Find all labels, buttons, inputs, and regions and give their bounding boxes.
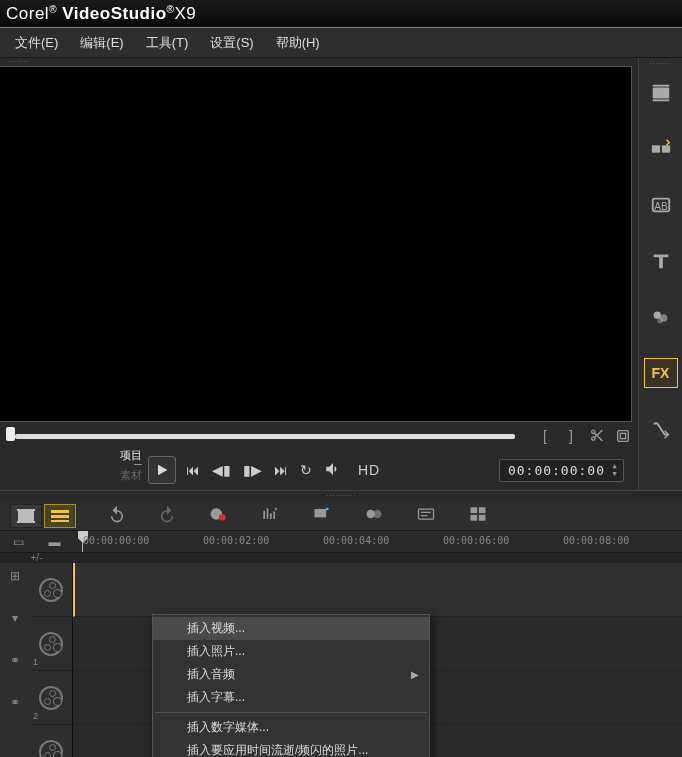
expand-icon[interactable] <box>614 427 632 445</box>
hd-toggle[interactable]: HD <box>358 462 380 478</box>
preview-panel: [ ] 项目 素材 ⏮ ◀▮ ▮▶ <box>0 58 638 490</box>
timeline-toolbar <box>0 501 682 531</box>
go-start-button[interactable]: ⏮ <box>186 462 200 478</box>
reel-icon <box>39 740 63 758</box>
library-tabs: AB FX <box>638 58 682 490</box>
multi-view-button[interactable] <box>468 504 488 528</box>
lib-title-tab[interactable]: AB <box>644 190 678 220</box>
track-dropdown[interactable]: ▾ <box>12 611 18 625</box>
svg-rect-27 <box>479 507 486 513</box>
zoom-controls[interactable]: +/- <box>0 553 73 563</box>
svg-point-11 <box>657 318 663 324</box>
ctx-insert-digital-media[interactable]: 插入数字媒体... <box>153 716 429 739</box>
preview-screen[interactable] <box>0 66 632 422</box>
scrub-handle[interactable] <box>6 427 15 441</box>
lib-media-tab[interactable] <box>644 78 678 108</box>
ctx-insert-subtitle[interactable]: 插入字幕... <box>153 686 429 709</box>
reel-icon <box>39 632 63 656</box>
track-manager-button[interactable]: ⊞ <box>10 569 20 583</box>
overlay-track-head-2[interactable]: 2 <box>30 671 72 725</box>
lib-path-tab[interactable] <box>644 414 678 444</box>
svg-rect-1 <box>620 433 625 438</box>
next-frame-button[interactable]: ▮▶ <box>243 462 262 478</box>
undo-button[interactable] <box>108 505 126 527</box>
storyboard-view-button[interactable] <box>10 504 42 528</box>
menu-file[interactable]: 文件(E) <box>4 29 69 57</box>
play-button[interactable] <box>148 456 176 484</box>
redo-button[interactable] <box>158 505 176 527</box>
svg-rect-28 <box>471 514 478 520</box>
ruler-tool-2[interactable]: ▬ <box>49 535 61 549</box>
svg-rect-5 <box>651 145 659 152</box>
svg-rect-0 <box>618 431 629 442</box>
subtitle-button[interactable] <box>416 504 436 528</box>
title-track-head[interactable] <box>30 725 72 757</box>
audio-mixer-button[interactable] <box>260 504 280 528</box>
timeline-ruler[interactable]: 00:00:00:00 00:00:02:00 00:00:04:00 00:0… <box>73 531 682 552</box>
ctx-insert-video[interactable]: 插入视频... <box>153 617 429 640</box>
svg-rect-26 <box>471 507 478 513</box>
context-menu: 插入视频... 插入照片... 插入音频 ▶ 插入字幕... 插入数字媒体...… <box>152 614 430 757</box>
ctx-insert-photo[interactable]: 插入照片... <box>153 640 429 663</box>
ctx-insert-audio[interactable]: 插入音频 ▶ <box>153 663 429 686</box>
svg-rect-20 <box>315 509 327 517</box>
ctx-insert-timelapse[interactable]: 插入要应用时间流逝/频闪的照片... <box>153 739 429 757</box>
lib-transition-tab[interactable] <box>644 134 678 164</box>
timecode-display[interactable]: 00:00:00:00 ▲▼ <box>499 459 624 482</box>
menu-edit[interactable]: 编辑(E) <box>69 29 134 57</box>
chapter-button[interactable] <box>364 504 384 528</box>
menu-bar: 文件(E) 编辑(E) 工具(T) 设置(S) 帮助(H) <box>0 28 682 58</box>
menu-settings[interactable]: 设置(S) <box>199 29 264 57</box>
svg-point-9 <box>653 312 660 319</box>
panel-grip[interactable] <box>0 58 638 66</box>
mark-in-icon[interactable]: [ <box>536 427 554 445</box>
effects-button[interactable] <box>312 504 332 528</box>
svg-rect-6 <box>661 145 669 152</box>
playback-mode-labels[interactable]: 项目 素材 <box>106 448 142 483</box>
video-track-head-1[interactable] <box>30 563 72 617</box>
track-link-button[interactable]: ⚭ <box>10 653 20 667</box>
track-link-button-2[interactable]: ⚭ <box>10 695 20 709</box>
video-track-lane[interactable] <box>73 563 682 617</box>
timeline-view-button[interactable] <box>44 504 76 528</box>
lib-text-tab[interactable] <box>644 246 678 276</box>
svg-point-22 <box>373 509 381 517</box>
reel-icon <box>39 578 63 602</box>
overlay-track-head-1[interactable]: 1 <box>30 617 72 671</box>
svg-rect-14 <box>17 521 35 523</box>
svg-rect-15 <box>51 510 69 513</box>
svg-text:AB: AB <box>654 201 668 212</box>
lib-fx-tab[interactable]: FX <box>644 358 678 388</box>
volume-button[interactable] <box>324 460 342 481</box>
svg-rect-3 <box>652 85 669 87</box>
loop-button[interactable]: ↻ <box>300 462 312 478</box>
prev-frame-button[interactable]: ◀▮ <box>212 462 231 478</box>
scrub-track[interactable] <box>15 434 515 439</box>
menu-separator <box>155 712 427 713</box>
svg-rect-29 <box>479 514 486 520</box>
menu-tools[interactable]: 工具(T) <box>135 29 200 57</box>
timecode-up[interactable]: ▲ <box>609 462 621 471</box>
svg-rect-16 <box>51 515 69 518</box>
svg-rect-13 <box>17 509 35 511</box>
submenu-arrow-icon: ▶ <box>411 669 419 680</box>
go-end-button[interactable]: ⏭ <box>274 462 288 478</box>
svg-rect-17 <box>51 520 69 522</box>
svg-rect-23 <box>419 509 434 519</box>
ruler-tool-1[interactable]: ▭ <box>13 535 24 549</box>
svg-rect-12 <box>18 511 34 521</box>
timecode-down[interactable]: ▼ <box>609 470 621 479</box>
lib-graphic-tab[interactable] <box>644 302 678 332</box>
cut-icon[interactable] <box>588 427 606 445</box>
svg-point-19 <box>219 514 226 521</box>
timeline-grip[interactable] <box>0 491 682 501</box>
mark-out-icon[interactable]: ] <box>562 427 580 445</box>
svg-rect-4 <box>652 99 669 101</box>
record-button[interactable] <box>208 504 228 528</box>
title-bar: Corel® VideoStudio®X9 <box>0 0 682 28</box>
svg-rect-2 <box>652 88 669 99</box>
reel-icon <box>39 686 63 710</box>
app-logo: Corel® VideoStudio®X9 <box>6 4 196 24</box>
menu-help[interactable]: 帮助(H) <box>265 29 331 57</box>
